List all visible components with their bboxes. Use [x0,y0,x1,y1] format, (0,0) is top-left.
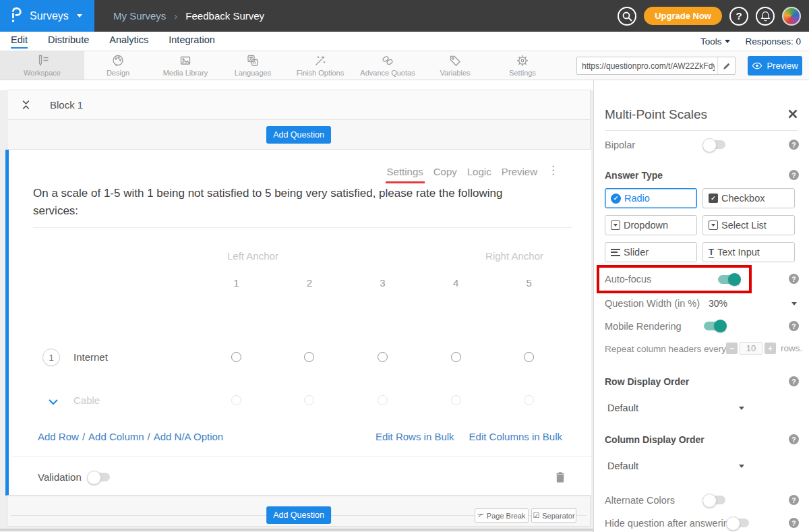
preview-button[interactable]: Preview [748,56,802,76]
product-switcher[interactable]: Surveys [0,0,94,32]
add-row-link[interactable]: Add Row [38,431,79,442]
help-icon[interactable] [789,274,799,284]
hide-question-row: Hide question after answering [594,516,809,532]
alternate-colors-toggle[interactable] [704,496,725,504]
hide-question-label: Hide question after answering [605,518,734,529]
help-icon[interactable] [789,140,799,150]
help-icon[interactable] [729,7,748,26]
repeat-headers-row: Repeat column headers every − + rows. [594,342,809,358]
close-panel-icon[interactable] [787,109,798,119]
answer-type-dropdown[interactable]: Dropdown [605,215,697,235]
toolbar-advance-quotas[interactable]: Advance Quotas [354,51,421,80]
chevron-down-icon[interactable] [791,302,797,305]
radio-option[interactable] [304,352,314,362]
breadcrumb-my-surveys[interactable]: My Surveys [113,10,166,22]
answer-type-checkbox[interactable]: ✓ Checkbox [702,188,795,208]
separator-button[interactable]: ☑ Separator [531,508,576,523]
question-width-value[interactable]: 30% [709,298,727,309]
row-chevron-down-icon[interactable] [48,396,59,408]
question-tabs: Settings Copy Logic Preview [387,166,537,177]
add-question-button[interactable]: Add Question [266,126,331,144]
column-header[interactable]: 3 [346,275,419,290]
help-icon[interactable] [789,518,799,528]
toolbar-media-library[interactable]: Media Library [152,51,219,80]
tab-analytics[interactable]: Analytics [109,34,148,49]
anchor-labels-row: Left Anchor Right Anchor [200,248,566,263]
answer-type-text-input[interactable]: T Text Input [702,242,795,262]
help-icon[interactable] [789,321,799,331]
answer-type-label: Checkbox [721,193,765,204]
tab-distribute[interactable]: Distribute [48,34,89,49]
tools-menu[interactable]: Tools [700,36,731,47]
repeat-headers-input[interactable] [740,342,762,355]
toolbar-item-label: Languages [235,69,271,77]
question-tab-logic[interactable]: Logic [467,166,491,177]
answer-type-select-list[interactable]: Select List [702,215,795,235]
stepper-plus-button[interactable]: + [765,343,776,354]
user-avatar[interactable] [782,7,801,26]
answer-type-radio[interactable]: ✓ Radio [605,188,697,208]
column-header[interactable]: 5 [492,275,566,290]
column-header[interactable]: 1 [200,275,273,290]
tab-edit[interactable]: Edit [11,34,28,49]
row-label[interactable]: Internet [73,351,108,363]
radio-option[interactable] [231,352,241,362]
toolbar-variables[interactable]: Variables [421,51,489,80]
toolbar-workspace[interactable]: Workspace [0,51,84,80]
edit-rows-bulk-link[interactable]: Edit Rows in Bulk [376,431,454,442]
toolbar-finish-options[interactable]: Finish Options [287,51,354,80]
add-na-option-link[interactable]: Add N/A Option [154,431,223,442]
column-header[interactable]: 2 [273,275,347,290]
toolbar-settings[interactable]: Settings [489,51,556,80]
stepper-minus-button[interactable]: − [726,343,738,354]
tab-integration[interactable]: Integration [169,34,215,49]
radio-option[interactable] [304,395,314,405]
row-label[interactable]: Cable [73,394,100,406]
question-tab-copy[interactable]: Copy [433,166,457,177]
delete-question-trash-icon[interactable] [555,471,566,483]
toolbar-languages[interactable]: A Languages [219,51,287,80]
search-icon[interactable] [618,7,636,26]
checked-box-icon: ☑ [533,511,539,520]
answer-type-slider[interactable]: Slider [605,242,697,262]
help-icon[interactable] [789,170,799,180]
chevron-down-icon [739,407,744,410]
radio-option[interactable] [231,395,241,405]
column-display-order-select[interactable]: Default [594,459,809,475]
row-display-order-select[interactable]: Default [594,401,809,417]
question-tab-settings[interactable]: Settings [387,166,423,177]
radio-option[interactable] [524,395,534,405]
upgrade-now-button[interactable]: Upgrade Now [644,7,722,25]
toolbar-design[interactable]: Design [84,51,152,80]
radio-option[interactable] [378,352,388,362]
responses-count[interactable]: Responses: 0 [745,36,801,47]
validation-toggle[interactable] [88,473,110,481]
radio-option[interactable] [451,352,461,362]
question-text[interactable]: On a scale of 1-5 with 1 being not satis… [33,185,547,220]
row-number-badge[interactable]: 1 [42,349,60,366]
help-icon[interactable] [789,434,799,444]
survey-url-input[interactable] [577,61,717,71]
edit-url-pencil-icon[interactable] [717,57,735,74]
question-more-menu-icon[interactable]: ⋮ [547,163,559,177]
collapse-block-icon[interactable] [21,100,31,110]
left-anchor-label[interactable]: Left Anchor [227,250,278,262]
radio-option[interactable] [378,395,388,405]
hide-question-toggle[interactable] [727,519,749,527]
question-tab-preview[interactable]: Preview [502,166,537,177]
bipolar-toggle[interactable] [704,140,725,149]
radio-option[interactable] [451,395,461,405]
notifications-bell-icon[interactable] [756,7,775,26]
help-icon[interactable] [789,495,799,505]
right-anchor-label[interactable]: Right Anchor [485,250,543,262]
page-break-button[interactable]: ✃ Page Break [475,508,529,523]
help-icon[interactable] [789,376,799,386]
radio-option[interactable] [524,352,534,362]
column-header[interactable]: 4 [419,275,493,290]
column-display-order-label: Column Display Order [605,434,705,445]
mobile-rendering-toggle[interactable] [704,322,725,330]
edit-columns-bulk-link[interactable]: Edit Columns in Bulk [469,431,562,442]
auto-focus-toggle[interactable] [718,275,740,284]
add-question-button-bottom[interactable]: Add Question [266,506,331,524]
add-column-link[interactable]: Add Column [88,431,144,442]
